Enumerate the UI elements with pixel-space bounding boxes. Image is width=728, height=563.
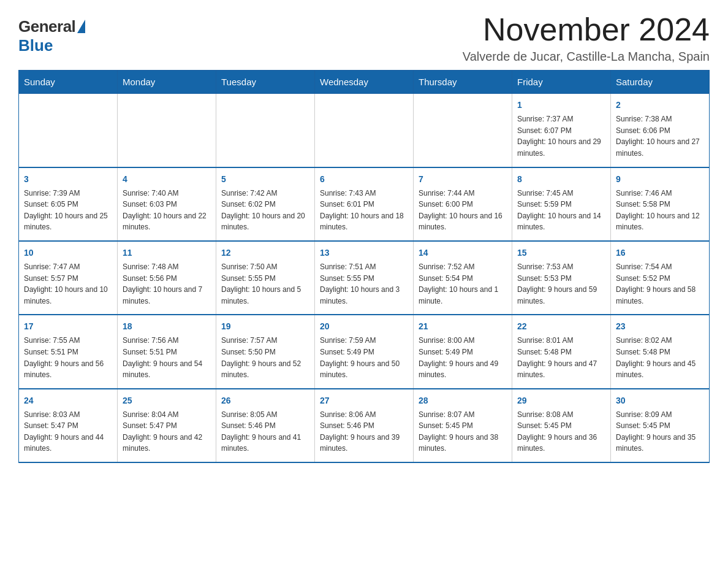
day-number: 8 bbox=[517, 173, 605, 186]
day-number: 4 bbox=[123, 173, 211, 186]
day-info: Sunrise: 7:44 AM Sunset: 6:00 PM Dayligh… bbox=[419, 188, 507, 233]
col-thursday: Thursday bbox=[414, 71, 512, 94]
logo: General Blue bbox=[18, 17, 85, 55]
day-number: 26 bbox=[221, 394, 309, 407]
calendar-cell-w4-d5: 21Sunrise: 8:00 AM Sunset: 5:49 PM Dayli… bbox=[414, 315, 512, 388]
calendar-cell-w4-d6: 22Sunrise: 8:01 AM Sunset: 5:48 PM Dayli… bbox=[512, 315, 611, 388]
calendar-cell-w1-d1 bbox=[19, 94, 118, 167]
calendar-cell-w1-d3 bbox=[216, 94, 315, 167]
day-number: 7 bbox=[419, 173, 507, 186]
calendar-cell-w5-d2: 25Sunrise: 8:04 AM Sunset: 5:47 PM Dayli… bbox=[118, 389, 216, 462]
col-monday: Monday bbox=[118, 71, 216, 94]
day-info: Sunrise: 8:08 AM Sunset: 5:45 PM Dayligh… bbox=[517, 409, 605, 454]
calendar-cell-w2-d3: 5Sunrise: 7:42 AM Sunset: 6:02 PM Daylig… bbox=[216, 167, 315, 241]
day-number: 19 bbox=[221, 320, 309, 333]
day-info: Sunrise: 8:06 AM Sunset: 5:46 PM Dayligh… bbox=[320, 409, 408, 454]
day-number: 1 bbox=[517, 99, 605, 112]
day-info: Sunrise: 7:56 AM Sunset: 5:51 PM Dayligh… bbox=[123, 335, 211, 380]
day-info: Sunrise: 8:09 AM Sunset: 5:45 PM Dayligh… bbox=[616, 409, 704, 454]
day-number: 17 bbox=[24, 320, 112, 333]
day-number: 6 bbox=[320, 173, 408, 186]
calendar-cell-w1-d6: 1Sunrise: 7:37 AM Sunset: 6:07 PM Daylig… bbox=[512, 94, 611, 167]
day-info: Sunrise: 7:45 AM Sunset: 5:59 PM Dayligh… bbox=[517, 188, 605, 233]
day-info: Sunrise: 7:50 AM Sunset: 5:55 PM Dayligh… bbox=[221, 261, 309, 307]
calendar-table: Sunday Monday Tuesday Wednesday Thursday… bbox=[18, 70, 710, 463]
calendar-cell-w4-d1: 17Sunrise: 7:55 AM Sunset: 5:51 PM Dayli… bbox=[19, 315, 118, 388]
day-info: Sunrise: 7:40 AM Sunset: 6:03 PM Dayligh… bbox=[123, 188, 211, 233]
day-info: Sunrise: 7:43 AM Sunset: 6:01 PM Dayligh… bbox=[320, 188, 408, 233]
calendar-week-3: 10Sunrise: 7:47 AM Sunset: 5:57 PM Dayli… bbox=[19, 241, 710, 315]
calendar-cell-w3-d3: 12Sunrise: 7:50 AM Sunset: 5:55 PM Dayli… bbox=[216, 241, 315, 315]
calendar-cell-w5-d1: 24Sunrise: 8:03 AM Sunset: 5:47 PM Dayli… bbox=[19, 389, 118, 462]
day-number: 5 bbox=[221, 173, 309, 186]
title-block: November 2024 Valverde de Jucar, Castill… bbox=[463, 12, 710, 64]
calendar-cell-w2-d7: 9Sunrise: 7:46 AM Sunset: 5:58 PM Daylig… bbox=[611, 167, 710, 241]
day-number: 11 bbox=[123, 247, 211, 259]
calendar-cell-w3-d5: 14Sunrise: 7:52 AM Sunset: 5:54 PM Dayli… bbox=[414, 241, 512, 315]
day-info: Sunrise: 7:47 AM Sunset: 5:57 PM Dayligh… bbox=[24, 261, 112, 307]
calendar-header-row: Sunday Monday Tuesday Wednesday Thursday… bbox=[19, 71, 710, 94]
calendar-week-5: 24Sunrise: 8:03 AM Sunset: 5:47 PM Dayli… bbox=[19, 389, 710, 462]
day-number: 3 bbox=[24, 173, 112, 186]
location-subtitle: Valverde de Jucar, Castille-La Mancha, S… bbox=[463, 50, 710, 64]
calendar-cell-w5-d4: 27Sunrise: 8:06 AM Sunset: 5:46 PM Dayli… bbox=[315, 389, 414, 462]
calendar-week-2: 3Sunrise: 7:39 AM Sunset: 6:05 PM Daylig… bbox=[19, 167, 710, 241]
calendar-cell-w5-d6: 29Sunrise: 8:08 AM Sunset: 5:45 PM Dayli… bbox=[512, 389, 611, 462]
day-info: Sunrise: 8:01 AM Sunset: 5:48 PM Dayligh… bbox=[517, 335, 605, 380]
day-number: 10 bbox=[24, 247, 112, 259]
day-info: Sunrise: 8:00 AM Sunset: 5:49 PM Dayligh… bbox=[419, 335, 507, 380]
day-number: 18 bbox=[123, 320, 211, 333]
col-tuesday: Tuesday bbox=[216, 71, 315, 94]
day-number: 25 bbox=[123, 394, 211, 407]
calendar-cell-w3-d2: 11Sunrise: 7:48 AM Sunset: 5:56 PM Dayli… bbox=[118, 241, 216, 315]
logo-general-text: General bbox=[18, 17, 75, 36]
calendar-cell-w3-d1: 10Sunrise: 7:47 AM Sunset: 5:57 PM Dayli… bbox=[19, 241, 118, 315]
calendar-cell-w4-d4: 20Sunrise: 7:59 AM Sunset: 5:49 PM Dayli… bbox=[315, 315, 414, 388]
month-title: November 2024 bbox=[463, 12, 710, 47]
logo-blue-text: Blue bbox=[18, 36, 53, 55]
day-number: 21 bbox=[419, 320, 507, 333]
day-number: 16 bbox=[616, 247, 704, 259]
day-info: Sunrise: 7:53 AM Sunset: 5:53 PM Dayligh… bbox=[517, 261, 605, 307]
day-info: Sunrise: 7:46 AM Sunset: 5:58 PM Dayligh… bbox=[616, 188, 704, 233]
day-number: 22 bbox=[517, 320, 605, 333]
day-number: 29 bbox=[517, 394, 605, 407]
col-sunday: Sunday bbox=[19, 71, 118, 94]
day-info: Sunrise: 8:02 AM Sunset: 5:48 PM Dayligh… bbox=[616, 335, 704, 380]
day-number: 14 bbox=[419, 247, 507, 259]
calendar-cell-w1-d5 bbox=[414, 94, 512, 167]
day-number: 9 bbox=[616, 173, 704, 186]
day-info: Sunrise: 7:57 AM Sunset: 5:50 PM Dayligh… bbox=[221, 335, 309, 380]
day-info: Sunrise: 7:37 AM Sunset: 6:07 PM Dayligh… bbox=[517, 113, 605, 159]
day-info: Sunrise: 7:42 AM Sunset: 6:02 PM Dayligh… bbox=[221, 188, 309, 233]
calendar-cell-w4-d7: 23Sunrise: 8:02 AM Sunset: 5:48 PM Dayli… bbox=[611, 315, 710, 388]
calendar-cell-w3-d6: 15Sunrise: 7:53 AM Sunset: 5:53 PM Dayli… bbox=[512, 241, 611, 315]
calendar-cell-w2-d1: 3Sunrise: 7:39 AM Sunset: 6:05 PM Daylig… bbox=[19, 167, 118, 241]
calendar-week-4: 17Sunrise: 7:55 AM Sunset: 5:51 PM Dayli… bbox=[19, 315, 710, 388]
day-number: 12 bbox=[221, 247, 309, 259]
col-saturday: Saturday bbox=[611, 71, 710, 94]
day-info: Sunrise: 7:59 AM Sunset: 5:49 PM Dayligh… bbox=[320, 335, 408, 380]
day-info: Sunrise: 7:38 AM Sunset: 6:06 PM Dayligh… bbox=[616, 113, 704, 159]
calendar-cell-w3-d4: 13Sunrise: 7:51 AM Sunset: 5:55 PM Dayli… bbox=[315, 241, 414, 315]
calendar-cell-w4-d3: 19Sunrise: 7:57 AM Sunset: 5:50 PM Dayli… bbox=[216, 315, 315, 388]
calendar-cell-w2-d5: 7Sunrise: 7:44 AM Sunset: 6:00 PM Daylig… bbox=[414, 167, 512, 241]
calendar-cell-w1-d2 bbox=[118, 94, 216, 167]
day-number: 27 bbox=[320, 394, 408, 407]
day-info: Sunrise: 7:39 AM Sunset: 6:05 PM Dayligh… bbox=[24, 188, 112, 233]
day-info: Sunrise: 8:03 AM Sunset: 5:47 PM Dayligh… bbox=[24, 409, 112, 454]
calendar-cell-w3-d7: 16Sunrise: 7:54 AM Sunset: 5:52 PM Dayli… bbox=[611, 241, 710, 315]
calendar-cell-w2-d6: 8Sunrise: 7:45 AM Sunset: 5:59 PM Daylig… bbox=[512, 167, 611, 241]
calendar-cell-w2-d2: 4Sunrise: 7:40 AM Sunset: 6:03 PM Daylig… bbox=[118, 167, 216, 241]
day-info: Sunrise: 7:52 AM Sunset: 5:54 PM Dayligh… bbox=[419, 261, 507, 307]
calendar-week-1: 1Sunrise: 7:37 AM Sunset: 6:07 PM Daylig… bbox=[19, 94, 710, 167]
day-number: 23 bbox=[616, 320, 704, 333]
day-info: Sunrise: 8:05 AM Sunset: 5:46 PM Dayligh… bbox=[221, 409, 309, 454]
day-number: 20 bbox=[320, 320, 408, 333]
day-info: Sunrise: 7:48 AM Sunset: 5:56 PM Dayligh… bbox=[123, 261, 211, 307]
day-number: 2 bbox=[616, 99, 704, 112]
day-number: 13 bbox=[320, 247, 408, 259]
calendar-cell-w5-d5: 28Sunrise: 8:07 AM Sunset: 5:45 PM Dayli… bbox=[414, 389, 512, 462]
day-info: Sunrise: 8:04 AM Sunset: 5:47 PM Dayligh… bbox=[123, 409, 211, 454]
page-header: General Blue November 2024 Valverde de J… bbox=[18, 12, 710, 64]
